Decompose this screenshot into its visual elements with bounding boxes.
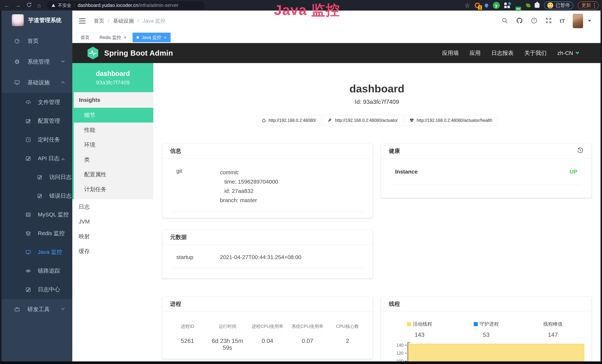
sidebar-item-config[interactable]: 配置管理 <box>1 112 72 130</box>
extension-y-icon[interactable]: y <box>493 2 500 9</box>
stat-label: 进程CPU使用率 <box>247 323 288 329</box>
tab-redis[interactable]: Redis 监控 × <box>96 33 130 42</box>
sidebar-item-label: 日志中心 <box>38 286 60 293</box>
font-size-icon[interactable]: tT <box>560 18 565 24</box>
subnav-item-classes[interactable]: 类 <box>74 152 153 167</box>
close-icon[interactable]: × <box>124 35 127 40</box>
gear-icon: ⚙ <box>14 59 20 65</box>
window-edge-left <box>0 11 1 364</box>
subnav-item-config-props[interactable]: 配置属性 <box>74 167 153 182</box>
home-icon[interactable]: ⌂ <box>37 3 41 8</box>
tabs-bar: 首页 Redis 监控 × Java 监控 × <box>72 31 601 43</box>
sidebar-item-system[interactable]: ⚙ 系统管理 <box>1 51 72 72</box>
extension-pin-icon[interactable] <box>485 3 488 7</box>
sidebar-item-job[interactable]: 定时任务 <box>1 130 72 149</box>
service-url-button[interactable]: http://192.168.0.2:48080/ <box>257 115 321 126</box>
chevron-up-icon <box>61 81 64 85</box>
sidebar-item-infra[interactable]: 基础设施 <box>1 72 72 93</box>
subnav-item-details[interactable]: 细节 <box>72 108 153 123</box>
fullscreen-icon[interactable] <box>545 17 552 25</box>
threads-card: 线程 活动线程 守护进程 线程峰值 <box>381 297 591 361</box>
sidebar-item-java[interactable]: Java 监控 <box>1 243 72 261</box>
close-icon[interactable]: × <box>164 35 167 40</box>
metadata-key: startup <box>176 254 220 260</box>
help-icon[interactable]: ? <box>531 17 538 25</box>
menu-fold-icon[interactable] <box>79 18 86 23</box>
sidebar-item-redis[interactable]: Redis 监控 <box>1 224 72 243</box>
subnav-item-mappings[interactable]: 映射 <box>72 229 153 244</box>
instance-name: dashboard <box>96 70 130 77</box>
chrome-update-button[interactable]: 更新 <box>578 1 599 10</box>
info-card: 信息 git commit: time: 1596289704000 id: 2… <box>162 144 373 218</box>
avatar-caret-icon[interactable] <box>588 20 591 22</box>
profile-paused-chip[interactable]: 已暂停 <box>544 1 573 9</box>
actuator-url-button[interactable]: http://192.168.0.2:48080/actuator <box>323 115 403 126</box>
sidebar-item-access-log[interactable]: 访问日志 <box>1 168 72 187</box>
sidebar-item-mysql[interactable]: MySQL 监控 <box>1 205 72 224</box>
subnav-item-scheduled-tasks[interactable]: 计划任务 <box>74 182 153 197</box>
sba-subnav: dashboard 93a3fc7f7409 Insights 细节 性能 环境 <box>72 63 153 361</box>
back-icon[interactable]: ← <box>4 3 10 8</box>
sba-nav-wallboard[interactable]: 应用墙 <box>442 49 459 57</box>
github-icon[interactable] <box>516 17 523 25</box>
java-monitor-icon <box>25 249 32 255</box>
instance-header: dashboard 93a3fc7f7409 <box>72 63 153 92</box>
sba-nav-journal[interactable]: 日志报表 <box>491 49 514 57</box>
browser-menu-icon[interactable] <box>594 3 595 8</box>
extension-leaf-icon[interactable] <box>526 3 530 7</box>
bookmark-star-icon[interactable]: ☆ <box>465 2 470 9</box>
health-url-button[interactable]: http://192.168.0.2:48080/actuator/health <box>405 115 497 126</box>
sba-brand-title[interactable]: Spring Boot Admin <box>104 49 173 57</box>
subnav-item-label: 计划任务 <box>84 186 107 193</box>
address-bar[interactable]: 不安全 | dashboard.yudao.iocoder.cn/infra/a… <box>47 1 205 10</box>
sidebar-item-dev-tools[interactable]: 研发工具 <box>1 299 72 320</box>
subnav-item-logs[interactable]: 日志 <box>72 199 153 214</box>
security-label: 不安全 <box>58 2 71 8</box>
sidebar-item-tracing[interactable]: 链路追踪 <box>1 261 72 280</box>
reload-icon[interactable] <box>26 2 32 9</box>
sba-body: dashboard 93a3fc7f7409 Insights 细节 性能 环境 <box>72 63 601 361</box>
log-edit-icon <box>25 156 32 161</box>
forward-icon[interactable]: → <box>15 3 21 8</box>
sidebar-item-api-log[interactable]: API 日志 <box>1 149 72 168</box>
subnav-item-jvm[interactable]: JVM <box>72 214 153 229</box>
tab-home[interactable]: 首页 <box>77 33 93 42</box>
stat-value: 5261 <box>167 337 207 344</box>
history-icon[interactable] <box>577 147 584 155</box>
chart-tick <box>405 345 407 345</box>
subnav-item-label: 性能 <box>84 126 95 134</box>
sidebar-logo-row[interactable]: 芋道管理系统 <box>1 11 72 26</box>
legend-daemon-swatch <box>474 322 478 326</box>
subnav-item-environment[interactable]: 环境 <box>74 137 153 152</box>
content-column: 首页 / 基础设施 / Java 监控 ? tT <box>72 11 601 361</box>
sba-nav-about[interactable]: 关于我们 <box>524 49 547 57</box>
sba-logo-icon[interactable] <box>87 46 99 60</box>
sba-nav-applications[interactable]: 应用 <box>469 49 481 57</box>
sidebar-item-label: MySQL 监控 <box>38 211 69 218</box>
extension-puzzle-icon[interactable] <box>535 3 539 8</box>
address-divider: | <box>74 2 75 8</box>
subnav-item-label: 类 <box>84 156 90 163</box>
tab-java[interactable]: Java 监控 × <box>133 33 171 42</box>
search-icon[interactable] <box>502 17 508 25</box>
sidebar-item-error-log[interactable]: 错误日志 <box>1 187 72 205</box>
breadcrumb-separator: / <box>108 18 109 24</box>
extension-grid-icon[interactable] <box>504 2 511 9</box>
url-path: /infra/admin-server <box>138 2 179 8</box>
daemon-threads-value: 53 <box>453 331 520 338</box>
subnav-item-caches[interactable]: 缓存 <box>72 244 153 259</box>
user-avatar[interactable] <box>573 14 583 28</box>
subnav-item-metrics[interactable]: 性能 <box>74 123 153 137</box>
sidebar-item-file[interactable]: 文件管理 <box>1 93 72 112</box>
sba-language-select[interactable]: zh-CN <box>557 50 579 56</box>
profile-emoji-icon <box>547 2 553 8</box>
threads-card-title: 线程 <box>381 297 591 311</box>
legend-live-swatch <box>407 322 411 326</box>
sidebar-item-log-center[interactable]: 日志中心 <box>1 280 72 299</box>
breadcrumb-home[interactable]: 首页 <box>94 17 104 24</box>
cloud-upload-icon <box>25 100 32 105</box>
breadcrumb-infra[interactable]: 基础设施 <box>113 17 134 24</box>
extension-refresh-icon[interactable]: 1 <box>475 3 480 8</box>
sidebar-item-home[interactable]: 首页 <box>1 31 72 51</box>
extension-list-icon[interactable]: on <box>515 2 522 7</box>
